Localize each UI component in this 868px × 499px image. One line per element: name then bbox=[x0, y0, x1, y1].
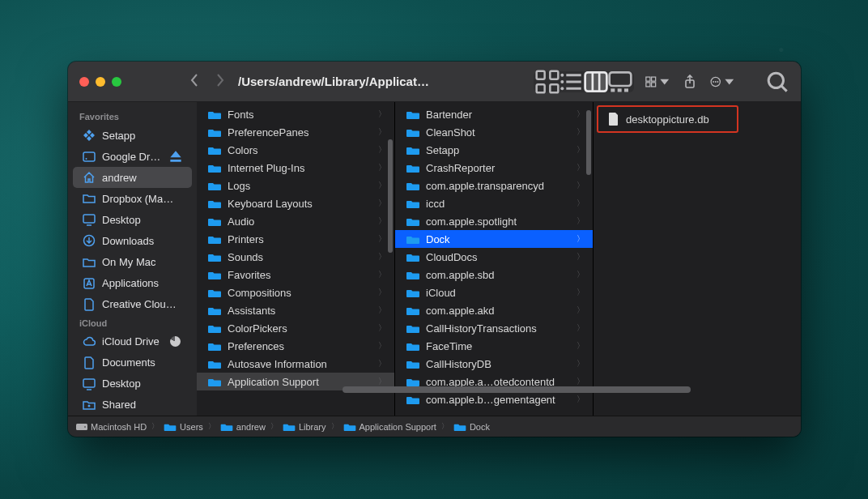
cloud-icon bbox=[83, 335, 96, 348]
path-separator: 〉 bbox=[440, 421, 450, 432]
folder-icon bbox=[406, 252, 419, 262]
folder-item[interactable]: com.apple.b…gementagent〉 bbox=[395, 390, 593, 408]
folder-item[interactable]: com.apple.sbd〉 bbox=[395, 266, 593, 284]
sidebar-item-documents[interactable]: Documents bbox=[73, 352, 192, 373]
view-gallery[interactable] bbox=[608, 73, 632, 91]
zoom-window[interactable] bbox=[112, 77, 121, 87]
folder-icon bbox=[208, 252, 221, 262]
folder-item[interactable]: Keyboard Layouts〉 bbox=[197, 194, 394, 212]
chevron-right-icon: 〉 bbox=[577, 394, 585, 405]
folder-item[interactable]: com.apple.akd〉 bbox=[395, 301, 593, 319]
path-crumb[interactable]: Users bbox=[164, 422, 203, 432]
scrollbar-thumb[interactable] bbox=[388, 139, 393, 253]
folder-label: Preferences bbox=[228, 340, 284, 352]
sidebar-item-label: Setapp bbox=[102, 130, 135, 142]
path-separator: 〉 bbox=[330, 421, 340, 432]
scrollbar-thumb[interactable] bbox=[586, 110, 591, 175]
chevron-right-icon: 〉 bbox=[378, 144, 386, 156]
folder-item[interactable]: Autosave Information〉 bbox=[197, 355, 394, 373]
highlighted-file: desktoppicture.db bbox=[597, 105, 738, 133]
sidebar-item-desktop[interactable]: Desktop bbox=[73, 373, 192, 395]
folder-label: iCloud bbox=[426, 287, 456, 299]
share-button[interactable] bbox=[678, 72, 702, 92]
view-columns[interactable] bbox=[584, 73, 608, 91]
folder-item[interactable]: CallHistoryTransactions〉 bbox=[395, 319, 593, 337]
folder-item[interactable]: Colors〉 bbox=[197, 141, 394, 159]
folder-item[interactable]: Compositions〉 bbox=[197, 284, 394, 301]
folder-icon bbox=[406, 377, 419, 386]
back-button[interactable] bbox=[188, 73, 201, 90]
sidebar-item-label: andrew bbox=[102, 172, 137, 184]
path-separator: 〉 bbox=[206, 421, 217, 432]
sidebar-item-applications[interactable]: Applications bbox=[73, 273, 192, 294]
folder-item[interactable]: Dock〉 bbox=[395, 230, 593, 248]
folder-item[interactable]: Internet Plug-Ins〉 bbox=[197, 159, 394, 177]
minimize-window[interactable] bbox=[96, 77, 105, 87]
chevron-right-icon: 〉 bbox=[378, 322, 386, 334]
sidebar-item-on-my-mac[interactable]: On My Mac bbox=[73, 251, 192, 272]
folder-item[interactable]: CrashReporter〉 bbox=[395, 159, 593, 177]
chevron-right-icon: 〉 bbox=[577, 340, 585, 352]
search-button[interactable] bbox=[765, 72, 789, 92]
path-crumb[interactable]: Dock bbox=[453, 422, 490, 432]
folder-item[interactable]: Printers〉 bbox=[197, 230, 394, 248]
sidebar-item-desktop[interactable]: Desktop bbox=[73, 209, 192, 230]
folder-item[interactable]: iCloud〉 bbox=[395, 284, 593, 301]
sidebar-item-label: Desktop bbox=[102, 214, 141, 226]
sidebar-item-creative-clou-[interactable]: Creative Clou… bbox=[73, 294, 192, 315]
sidebar-item-label: Dropbox (Ma… bbox=[102, 193, 173, 205]
folder-item[interactable]: Preferences〉 bbox=[197, 337, 394, 355]
folder-item[interactable]: com.apple.transparencyd〉 bbox=[395, 177, 593, 194]
folder-label: Dock bbox=[426, 233, 450, 245]
sidebar-item-downloads[interactable]: Downloads bbox=[73, 230, 192, 251]
chevron-right-icon: 〉 bbox=[577, 233, 585, 245]
group-by-button[interactable] bbox=[645, 72, 670, 92]
path-crumb[interactable]: Application Support bbox=[343, 422, 436, 432]
path-crumb[interactable]: andrew bbox=[220, 422, 266, 432]
file-item[interactable]: desktoppicture.db bbox=[600, 110, 735, 128]
folder-item[interactable]: Favorites〉 bbox=[197, 266, 394, 284]
folder-icon bbox=[208, 216, 221, 226]
folder-item[interactable]: Assistants〉 bbox=[197, 301, 394, 319]
view-list[interactable] bbox=[560, 73, 584, 91]
folder-item[interactable]: Bartender〉 bbox=[395, 105, 593, 123]
folder-label: ColorPickers bbox=[228, 322, 287, 335]
folder-item[interactable]: CleanShot〉 bbox=[395, 123, 593, 141]
folder-item[interactable]: PreferencePanes〉 bbox=[197, 123, 394, 141]
sidebar-item-icloud-drive[interactable]: iCloud Drive bbox=[73, 331, 192, 352]
folder-label: com.apple.b…gementagent bbox=[426, 394, 555, 406]
eject-icon[interactable] bbox=[169, 150, 182, 163]
folder-item[interactable]: ColorPickers〉 bbox=[197, 319, 394, 337]
action-button[interactable] bbox=[710, 72, 734, 92]
sidebar-item-dropbox-ma-[interactable]: Dropbox (Ma… bbox=[73, 188, 192, 209]
window-controls bbox=[79, 77, 121, 87]
folder-item[interactable]: CloudDocs〉 bbox=[395, 248, 593, 266]
chevron-right-icon: 〉 bbox=[577, 180, 585, 191]
close-window[interactable] bbox=[79, 77, 89, 87]
path-crumb[interactable]: Library bbox=[283, 422, 326, 432]
folder-icon bbox=[406, 198, 419, 208]
folder-item[interactable]: iccd〉 bbox=[395, 194, 593, 212]
folder-icon bbox=[406, 163, 419, 173]
folder-icon bbox=[406, 234, 419, 244]
folder-item[interactable]: FaceTime〉 bbox=[395, 337, 593, 355]
folder-item[interactable]: CallHistoryDB〉 bbox=[395, 355, 593, 373]
folder-item[interactable]: Logs〉 bbox=[197, 177, 394, 194]
sidebar-item-shared[interactable]: Shared bbox=[73, 395, 192, 416]
path-crumb[interactable]: Macintosh HD bbox=[76, 422, 147, 432]
forward-button[interactable] bbox=[214, 73, 227, 90]
sidebar-item-setapp[interactable]: Setapp bbox=[73, 125, 192, 146]
folder-item[interactable]: Fonts〉 bbox=[197, 105, 394, 123]
folder-item[interactable]: Sounds〉 bbox=[197, 248, 394, 266]
horizontal-scrollbar[interactable] bbox=[343, 386, 794, 393]
sidebar-item-andrew[interactable]: andrew bbox=[73, 167, 192, 188]
folder-icon bbox=[220, 422, 233, 431]
folder-item[interactable]: Setapp〉 bbox=[395, 141, 593, 159]
sidebar-item-google-dr-[interactable]: Google Dr… bbox=[73, 146, 192, 167]
folder-icon bbox=[208, 198, 221, 208]
folder-item[interactable]: com.apple.spotlight〉 bbox=[395, 212, 593, 230]
folder-label: com.apple.akd bbox=[426, 305, 495, 317]
folder-item[interactable]: Audio〉 bbox=[197, 212, 394, 230]
sidebar-item-label: Desktop bbox=[102, 377, 141, 390]
view-icons[interactable] bbox=[535, 73, 560, 91]
